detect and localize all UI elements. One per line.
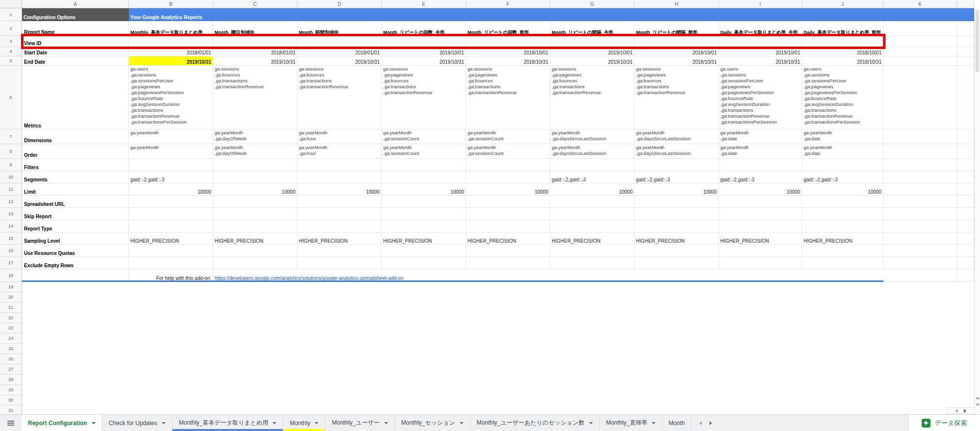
cell-K5[interactable] <box>883 56 957 66</box>
cell-F12[interactable] <box>466 196 550 208</box>
row-header-5[interactable]: 5 <box>0 56 22 66</box>
cell-B2[interactable]: Monthly_基本データ取りまとめ用 <box>129 21 213 36</box>
cell-L14[interactable] <box>957 220 974 232</box>
cell-F13[interactable] <box>466 208 550 220</box>
help-link[interactable]: https://developers.google.com/analytics/… <box>215 276 403 281</box>
cell-H13[interactable] <box>635 208 719 220</box>
tab-menu-caret-icon[interactable] <box>652 422 656 424</box>
cell-B7[interactable]: ga:yearMonth <box>129 129 213 144</box>
cell-E9[interactable] <box>382 159 466 171</box>
cell-K4[interactable] <box>883 47 957 56</box>
cell-L10[interactable] <box>957 171 974 183</box>
cell-I2[interactable]: Daily_基本データ取りまとめ用_今年 <box>719 21 802 36</box>
cell-K18[interactable] <box>883 269 957 282</box>
cell-B14[interactable] <box>129 220 213 232</box>
cell-E6[interactable]: ga:sessions ,ga:pageviews ,ga:bounces ,g… <box>382 66 466 129</box>
cell-F15[interactable]: HIGHER_PRECISION <box>466 232 550 245</box>
cell-I4[interactable]: 2019/10/01 <box>719 47 802 56</box>
row-header-21[interactable]: 21 <box>0 303 22 313</box>
field-label-segments[interactable]: Segments <box>22 171 129 183</box>
cell-I6[interactable]: ga:users ,ga:sessions ,ga:sessionsPerUse… <box>719 66 802 129</box>
column-header-J[interactable]: J <box>802 0 883 8</box>
row-header-23[interactable]: 23 <box>0 323 22 333</box>
vertical-scrollbar-thumb[interactable] <box>976 10 979 73</box>
row-header-27[interactable]: 27 <box>0 364 22 375</box>
sheet-tab-6[interactable]: Monthly_セッション <box>395 415 470 431</box>
column-header-A[interactable]: A <box>22 0 129 8</box>
empty-row-body[interactable] <box>22 292 974 303</box>
cell-J14[interactable] <box>802 220 883 232</box>
row-header-13[interactable]: 13 <box>0 208 22 220</box>
cell-G17[interactable] <box>550 257 635 269</box>
row-header-29[interactable]: 29 <box>0 385 22 395</box>
cell-E7[interactable]: ga:yearMonth ,ga:sessionCount <box>382 129 466 144</box>
cell-J16[interactable] <box>802 245 883 257</box>
cell-H14[interactable] <box>635 220 719 232</box>
cell-K8[interactable] <box>883 144 957 159</box>
cell-H6[interactable]: ga:sessions ,ga:pageviews ,ga:bounces ,g… <box>635 66 719 129</box>
cell-C7[interactable]: ga:yearMonth ,ga:dayOfWeek <box>213 129 297 144</box>
scroll-up-button[interactable] <box>975 394 980 401</box>
cell-L5[interactable] <box>957 56 974 66</box>
cell-K2[interactable] <box>883 21 957 36</box>
row-header-16[interactable]: 16 <box>0 245 22 257</box>
field-label-report-type[interactable]: Report Type <box>22 220 129 232</box>
sheet-tab-8[interactable]: Monthly_直帰率 <box>600 415 663 431</box>
cell-H9[interactable] <box>635 159 719 171</box>
cell-J2[interactable]: Daily_基本データ取りまとめ用_前年 <box>802 21 883 36</box>
cell-C13[interactable] <box>213 208 297 220</box>
empty-row-body[interactable] <box>22 364 974 375</box>
cell-H7[interactable]: ga:yearMonth ,ga:daysSinceLastSession <box>635 129 719 144</box>
field-label-sampling-level[interactable]: Sampling Level <box>22 232 129 245</box>
cell-J7[interactable]: ga:yearMonth ,ga:date <box>802 129 883 144</box>
empty-row-body[interactable] <box>22 323 974 333</box>
row-header-9[interactable]: 9 <box>0 159 22 171</box>
cell-E13[interactable] <box>382 208 466 220</box>
cell-G3[interactable] <box>550 36 635 47</box>
cell-B12[interactable] <box>129 196 213 208</box>
row-header-19[interactable]: 19 <box>0 282 22 292</box>
cell-C15[interactable]: HIGHER_PRECISION <box>213 232 297 245</box>
row-header-11[interactable]: 11 <box>0 183 22 196</box>
cell-C12[interactable] <box>213 196 297 208</box>
row-header-8[interactable]: 8 <box>0 144 22 159</box>
row-header-4[interactable]: 4 <box>0 47 22 56</box>
cell-C10[interactable] <box>213 171 297 183</box>
cell-L13[interactable] <box>957 208 974 220</box>
cell-K11[interactable] <box>883 183 957 196</box>
row-header-18[interactable]: 18 <box>0 269 22 282</box>
empty-row-body[interactable] <box>22 406 974 414</box>
cell-G9[interactable] <box>550 159 635 171</box>
cell-H2[interactable]: Month_リピートの間隔_前年 <box>635 21 719 36</box>
sheet-tab-7[interactable]: Monthly_ユーザーあたりのセッション数 <box>470 415 600 431</box>
cell-E17[interactable] <box>382 257 466 269</box>
cell-G12[interactable] <box>550 196 635 208</box>
field-label-metrics[interactable]: Metrics <box>22 66 129 129</box>
cell-J11[interactable]: 10000 <box>802 183 883 196</box>
scroll-right-icon[interactable] <box>964 409 966 413</box>
cell-G2[interactable]: Month_リピートの間隔_今年 <box>550 21 635 36</box>
cell-I9[interactable] <box>719 159 802 171</box>
cell-K17[interactable] <box>883 257 957 269</box>
cell-B13[interactable] <box>129 208 213 220</box>
cell-G4[interactable]: 2019/10/01 <box>550 47 635 56</box>
cell-I5[interactable]: 2019/10/31 <box>719 56 802 66</box>
row-header-31[interactable]: 31 <box>0 406 22 414</box>
cell-J13[interactable] <box>802 208 883 220</box>
field-label-view-id[interactable]: View ID <box>22 36 129 47</box>
cell-L11[interactable] <box>957 183 974 196</box>
cell-I13[interactable] <box>719 208 802 220</box>
horizontal-scroll-buttons[interactable] <box>947 407 974 414</box>
tab-scroll-right-icon[interactable] <box>710 421 712 425</box>
cell-L16[interactable] <box>957 245 974 257</box>
column-header-I[interactable]: I <box>719 0 802 8</box>
cell-H16[interactable] <box>635 245 719 257</box>
cell-E16[interactable] <box>382 245 466 257</box>
cell-E12[interactable] <box>382 196 466 208</box>
cell-H8[interactable]: ga:yearMonth ,ga:daysSinceLastSession <box>635 144 719 159</box>
row-header-26[interactable]: 26 <box>0 354 22 364</box>
row-header-17[interactable]: 17 <box>0 257 22 269</box>
cell-E10[interactable] <box>382 171 466 183</box>
cell-D13[interactable] <box>297 208 382 220</box>
cell-I15[interactable]: HIGHER_PRECISION <box>719 232 802 245</box>
